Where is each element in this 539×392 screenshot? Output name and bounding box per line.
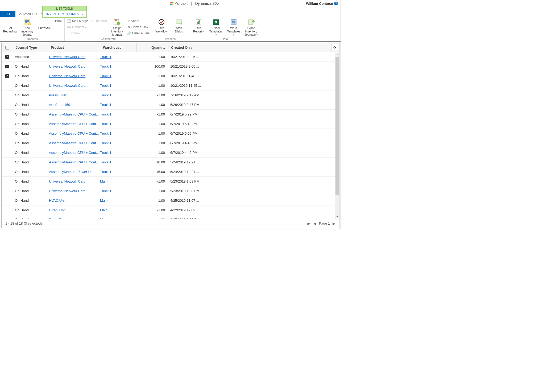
column-warehouse[interactable]: Warehouse [100,43,136,52]
excel-templates-button[interactable]: X Excel Templates [209,18,223,36]
cell-quantity: 1.00 [136,122,168,126]
product-link[interactable]: ArmBand 150 [49,103,100,107]
star-icon: ☆ [67,31,70,35]
product-link[interactable]: Universal Network Card [49,64,100,68]
column-product[interactable]: Product [48,43,100,52]
warehouse-link[interactable]: Truck 1 [100,93,111,97]
warehouse-link[interactable]: Main [100,199,107,203]
warehouse-link[interactable]: Truck 1 [100,141,111,145]
scroll-up-arrow[interactable]: ▴ [335,52,339,56]
tab-inventory-journals[interactable]: INVENTORY JOURNALS [43,11,86,17]
assign-journals-button[interactable]: Assign Inventory Journals [110,18,125,36]
table-row[interactable]: Allocated Universal Network Card Truck 1… [2,52,339,62]
warehouse-link[interactable]: Truck 1 [100,170,111,174]
word-templates-button[interactable]: W Word Templates [226,18,241,36]
scroll-thumb[interactable] [335,57,339,195]
help-icon[interactable]: ? [334,2,338,5]
tab-file[interactable]: FILE [0,11,15,17]
start-dialog-button[interactable]: Start Dialog [172,18,186,33]
user-menu[interactable]: William Contoso ? [306,2,338,6]
product-link[interactable]: AssemblyMaestro CPU + Cont... [49,112,100,116]
row-checkbox[interactable] [2,55,13,59]
warehouse-link[interactable]: Truck 1 [100,122,111,126]
product-link[interactable]: Press Filter [49,218,100,219]
product-link[interactable]: AssemblyMaestro CPU + Cont... [49,141,100,145]
warehouse-link[interactable]: Main [100,208,107,212]
product-link[interactable]: Universal Network Card [49,74,100,78]
table-row[interactable]: On Hand Universal Network Card Truck 1 -… [2,81,339,90]
prev-page-button[interactable]: ◀ [313,221,316,226]
table-row[interactable]: On Hand AssemblyMaestro CPU + Cont... Tr… [2,110,339,119]
table-row[interactable]: On Hand Press Filter Truck 1 -1.00 7/16/… [2,90,339,100]
product-link[interactable]: Universal Network Card [49,189,100,193]
table-row[interactable]: On Hand Press Filter Main -1.00 3/25/201… [2,215,339,219]
table-row[interactable]: On Hand Universal Network Card Main -1.0… [2,177,339,186]
next-page-button[interactable]: ▶ [333,221,335,226]
warehouse-link[interactable]: Truck 1 [100,55,111,59]
product-link[interactable]: AssemblyMaestro Power Unit [49,170,100,174]
table-row[interactable]: On Hand AssemblyMaestro CPU + Cont... Tr… [2,158,339,167]
scroll-down-arrow[interactable]: ▾ [335,214,339,219]
warehouse-link[interactable]: Truck 1 [100,103,111,107]
email-link-button[interactable]: 🔗 Email a Link [127,31,150,36]
product-link[interactable]: HVAC Unit [49,199,100,203]
warehouse-link[interactable]: Truck 1 [100,151,111,155]
grid-footer: 1 - 18 of 18 (3 selected) ⏮ ◀ Page 1 ▶ [2,219,339,228]
table-row[interactable]: On Hand Universal Network Card Truck 1 -… [2,71,339,81]
row-checkbox[interactable] [2,65,13,68]
row-checkbox[interactable] [2,74,13,78]
connect-button[interactable]: Connect [67,24,88,30]
book-button[interactable]: Book [55,18,62,24]
warehouse-link[interactable]: Truck 1 [100,84,111,88]
table-row[interactable]: On Hand Universal Network Card Truck 1 1… [2,62,339,71]
export-journals-button[interactable]: Export Inventory Journals [244,18,259,36]
show-as-button[interactable]: Show As [38,18,52,30]
column-journal-type[interactable]: Journal Type [13,43,48,52]
table-row[interactable]: On Hand AssemblyMaestro Power Unit Truck… [2,167,339,177]
table-row[interactable]: On Hand AssemblyMaestro CPU + Cont... Tr… [2,129,339,138]
cell-created-on: 5/24/2019 12:21 ... [168,170,205,174]
follow-button[interactable]: ☆ Follow [67,31,88,36]
copy-link-button[interactable]: 🗎 Copy a Link [127,24,150,30]
column-quantity[interactable]: Quantity [136,43,168,52]
table-row[interactable]: On Hand Universal Network Card Truck 1 1… [2,186,339,196]
warehouse-link[interactable]: Main [100,179,107,183]
select-all-checkbox[interactable] [2,46,13,49]
svg-point-10 [115,19,117,21]
svg-rect-15 [198,21,199,24]
cell-quantity: 100.00 [136,64,168,68]
share-button[interactable]: ↻ Share [127,18,150,24]
mail-merge-button[interactable]: Mail Merge [67,18,88,24]
scrollbar[interactable]: ▴ ▾ [335,52,339,219]
warehouse-link[interactable]: Truck 1 [100,160,111,164]
warehouse-link[interactable]: Truck 1 [100,74,111,78]
run-workflow-button[interactable]: Run Workflow [154,18,169,33]
column-created-on[interactable]: Created On ↓ [168,43,205,52]
table-row[interactable]: On Hand ArmBand 150 Truck 1 -1.00 6/26/2… [2,100,339,110]
refresh-button[interactable]: ⟳ [331,44,338,51]
product-link[interactable]: AssemblyMaestro CPU + Cont... [49,122,100,126]
new-inventory-journal-button[interactable]: New Inventory Journal [20,18,35,36]
table-row[interactable]: On Hand HVAC Unit Main -1.00 4/22/2019 1… [2,205,339,215]
product-link[interactable]: AssemblyMaestro CPU + Cont... [49,151,100,155]
product-link[interactable]: Universal Network Card [49,84,100,88]
product-link[interactable]: AssemblyMaestro CPU + Cont... [49,160,100,164]
unfollow-button[interactable]: ☆ Unfollow [91,18,107,24]
product-link[interactable]: Universal Network Card [49,179,100,183]
product-link[interactable]: HVAC Unit [49,208,100,212]
warehouse-link[interactable]: Main [100,218,107,219]
table-row[interactable]: On Hand AssemblyMaestro CPU + Cont... Tr… [2,138,339,148]
table-row[interactable]: On Hand HVAC Unit Main -1.00 4/25/2019 1… [2,196,339,205]
first-page-button[interactable]: ⏮ [307,221,311,226]
warehouse-link[interactable]: Truck 1 [100,189,111,193]
warehouse-link[interactable]: Truck 1 [100,131,111,135]
product-link[interactable]: AssemblyMaestro CPU + Cont... [49,131,100,135]
table-row[interactable]: On Hand AssemblyMaestro CPU + Cont... Tr… [2,148,339,158]
run-report-button[interactable]: Run Report [191,18,206,33]
warehouse-link[interactable]: Truck 1 [100,64,111,68]
warehouse-link[interactable]: Truck 1 [100,112,111,116]
product-link[interactable]: Press Filter [49,93,100,97]
set-regarding-button[interactable]: Set Regarding [2,18,17,33]
table-row[interactable]: On Hand AssemblyMaestro CPU + Cont... Tr… [2,119,339,129]
product-link[interactable]: Universal Network Card [49,55,100,59]
